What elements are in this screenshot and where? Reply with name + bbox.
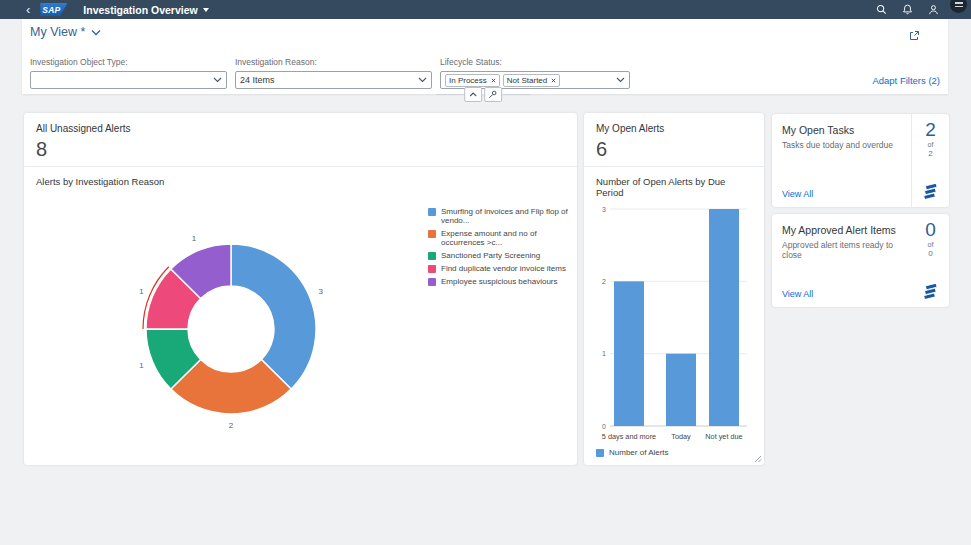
back-icon[interactable]: ‹ — [26, 3, 30, 16]
app-title-menu[interactable]: Investigation Overview — [83, 4, 208, 16]
search-icon[interactable] — [876, 4, 887, 15]
chevron-down-icon — [91, 29, 101, 36]
card-title: All Unassigned Alerts — [36, 123, 565, 134]
stacked-tasks-icon — [922, 184, 939, 199]
chart-caption: Alerts by Investigation Reason — [24, 167, 577, 187]
legend-swatch — [428, 278, 436, 286]
kpi-total: 0 — [928, 249, 932, 258]
kpi-of-label: of — [928, 241, 934, 248]
donut-data-label: 2 — [229, 421, 234, 430]
donut-data-label: 1 — [139, 287, 144, 296]
adapt-filters-link[interactable]: Adapt Filters (2) — [872, 75, 940, 86]
kpi-side: 2 of 2 — [911, 114, 949, 207]
close-icon[interactable] — [491, 78, 496, 83]
combobox-value: 24 Items — [240, 75, 418, 85]
donut-slice[interactable] — [231, 244, 316, 389]
donut-legend: Smurfing of invoices and Flip flop of ve… — [428, 207, 578, 290]
card-count: 6 — [596, 138, 752, 160]
user-icon[interactable] — [928, 4, 939, 15]
donut-data-label: 1 — [192, 234, 197, 243]
investigation-overview-page: ‹ SAP Investigation Overview My View * I… — [0, 0, 971, 545]
filter-label: Investigation Object Type: — [30, 57, 227, 67]
filter-label: Investigation Reason: — [235, 57, 432, 67]
kpi-number: 2 — [925, 120, 936, 139]
token-not-started[interactable]: Not Started — [503, 74, 560, 87]
legend-swatch — [428, 252, 436, 260]
legend-label: Employee suspicious behaviours — [441, 277, 558, 286]
sap-logo-text: SAP — [40, 5, 60, 15]
reason-combobox[interactable]: 24 Items — [235, 71, 432, 89]
filter-panel: My View * Investigation Object Type: Inv… — [22, 19, 948, 94]
variant-selector[interactable]: My View * — [30, 25, 101, 39]
header-toggle-row — [436, 87, 530, 102]
legend-label: Sanctioned Party Screening — [441, 251, 540, 260]
view-all-link[interactable]: View All — [782, 189, 813, 199]
bar[interactable] — [614, 281, 644, 426]
legend-swatch — [596, 449, 604, 457]
legend-item[interactable]: Sanctioned Party Screening — [428, 251, 578, 260]
divider — [436, 94, 463, 95]
filter-reason: Investigation Reason: 24 Items — [235, 57, 432, 89]
filter-object-type: Investigation Object Type: — [30, 57, 227, 89]
bar-legend[interactable]: Number of Alerts — [596, 448, 669, 457]
resize-handle[interactable] — [753, 454, 762, 463]
y-tick-label: 2 — [602, 278, 606, 285]
legend-item[interactable]: Smurfing of invoices and Flip flop of ve… — [428, 207, 578, 225]
kpi-title: My Open Tasks — [782, 124, 901, 136]
chevron-down-icon — [616, 77, 625, 83]
bar[interactable] — [709, 209, 739, 426]
card-header[interactable]: All Unassigned Alerts 8 — [24, 113, 577, 166]
legend-swatch — [428, 265, 436, 273]
legend-label: Smurfing of invoices and Flip flop of ve… — [441, 207, 578, 225]
notifications-icon[interactable] — [902, 4, 913, 15]
pin-icon — [488, 90, 497, 99]
card-approved-items[interactable]: My Approved Alert Items Approved alert i… — [771, 213, 950, 308]
donut-data-label: 3 — [318, 287, 323, 296]
card-header[interactable]: My Open Alerts 6 — [584, 113, 764, 166]
bar[interactable] — [666, 354, 696, 426]
chevron-down-icon — [213, 77, 222, 83]
donut-data-label: 1 — [139, 361, 144, 370]
pin-header-button[interactable] — [484, 87, 502, 102]
legend-item[interactable]: Find duplicate vendor invoice items — [428, 264, 578, 273]
token-in-process[interactable]: In Process — [445, 74, 500, 87]
token-label: Not Started — [507, 76, 547, 85]
card-open-alerts: My Open Alerts 6 Number of Open Alerts b… — [583, 112, 765, 466]
object-type-combobox[interactable] — [30, 71, 227, 89]
shell-header: ‹ SAP Investigation Overview — [0, 0, 971, 19]
donut-chart[interactable]: 32111 — [24, 201, 424, 459]
divider — [503, 94, 530, 95]
legend-label: Find duplicate vendor invoice items — [441, 264, 566, 273]
view-all-link[interactable]: View All — [782, 289, 813, 299]
legend-swatch — [428, 230, 436, 238]
share-icon[interactable] — [909, 27, 920, 45]
kpi-of-label: of — [928, 141, 934, 148]
kpi-subtitle: Tasks due today and overdue — [782, 140, 901, 150]
token-label: In Process — [449, 76, 487, 85]
filter-label: Lifecycle Status: — [440, 57, 630, 67]
chevron-up-icon — [469, 92, 477, 97]
x-category-label: Today — [671, 432, 691, 441]
y-tick-label: 1 — [602, 350, 606, 357]
legend-item[interactable]: Employee suspicious behaviours — [428, 277, 578, 286]
card-unassigned-alerts: All Unassigned Alerts 8 Alerts by Invest… — [23, 112, 578, 466]
legend-item[interactable]: Expense amount and no of occurrences >c.… — [428, 229, 578, 247]
chevron-down-icon — [203, 8, 209, 12]
y-tick-label: 0 — [602, 423, 606, 430]
chart-caption: Number of Open Alerts by Due Period — [584, 167, 764, 198]
card-count: 8 — [36, 138, 565, 160]
chevron-down-icon — [418, 77, 427, 83]
x-category-label: 5 days and more — [602, 432, 656, 441]
kpi-number: 0 — [925, 220, 936, 239]
filter-lifecycle-status: Lifecycle Status: In Process Not Started — [440, 57, 630, 89]
card-title: My Open Alerts — [596, 123, 752, 134]
close-icon[interactable] — [551, 78, 556, 83]
bar-chart[interactable]: 01235 days and moreTodayNot yet due — [596, 201, 752, 451]
legend-swatch — [428, 208, 436, 216]
sap-logo: SAP — [40, 3, 67, 16]
kpi-total: 2 — [928, 149, 932, 158]
collapse-header-button[interactable] — [464, 87, 482, 102]
kpi-subtitle: Approved alert items ready to close — [782, 240, 902, 260]
card-open-tasks[interactable]: My Open Tasks Tasks due today and overdu… — [771, 113, 950, 208]
kpi-main: My Open Tasks Tasks due today and overdu… — [772, 114, 911, 207]
